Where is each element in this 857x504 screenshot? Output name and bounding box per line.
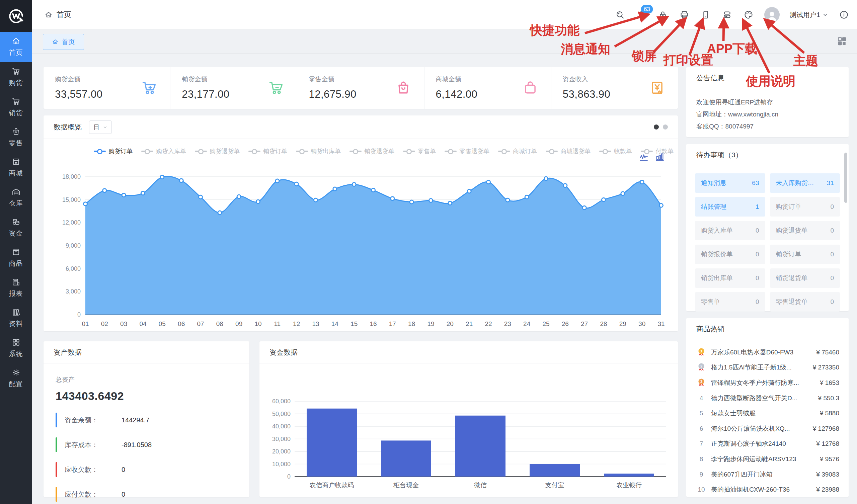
hot-product-row[interactable]: 4德力西微型断路器空气开关D...¥ 550.3 (696, 390, 839, 406)
hot-product-row[interactable]: 6海尔10公斤滚筒洗衣机XQ...¥ 127968 (696, 421, 839, 436)
hot-product-row[interactable]: 9美的607升四开门冰箱¥ 39083 (696, 467, 839, 482)
info-icon (839, 10, 849, 20)
sidebar-item-label: 系统 (9, 349, 23, 358)
app-logo[interactable] (0, 0, 32, 32)
todo-count: 0 (830, 251, 834, 258)
sidebar-item-reports[interactable]: 报表 (0, 273, 32, 303)
hot-product-row[interactable]: 8李宁跑步休闲运动鞋ARSV123¥ 9576 (696, 452, 839, 467)
todo-body: 通知消息63未入库购货…31结账管理1购货订单0购货入库单0购货退货单0销货报价… (686, 166, 848, 319)
sidebar-item-funds[interactable]: 资金 (0, 213, 32, 242)
stat-icon-wrap (522, 79, 539, 96)
widget-layout-button[interactable] (836, 35, 847, 47)
user-guide-button[interactable] (721, 9, 733, 20)
handbag-icon (522, 79, 539, 96)
chevron-down-icon (822, 12, 828, 18)
svg-text:23: 23 (504, 320, 511, 327)
report-icon (11, 278, 21, 287)
notifications-button[interactable]: 63 (636, 9, 647, 20)
sidebar-item-home[interactable]: 首页 (0, 32, 32, 62)
todo-tile[interactable]: 零售退货单0 (770, 292, 840, 312)
cart-sale-icon (11, 97, 21, 106)
stat-card[interactable]: 销货金额23,177.00 (170, 67, 297, 109)
sidebar-item-retail[interactable]: 零售 (0, 122, 32, 152)
hot-product-row[interactable]: 1万家乐60L电热水器D60-FW3¥ 75460 (696, 345, 839, 360)
todo-tile[interactable]: 购货订单0 (770, 197, 840, 217)
product-price: ¥ 12768 (816, 440, 839, 448)
product-name: 格力1.5匹Ai节能王子新1级... (711, 363, 809, 372)
svg-text:20,000: 20,000 (272, 448, 290, 455)
sidebar-item-mall[interactable]: 商城 (0, 152, 32, 182)
about-button[interactable] (838, 9, 850, 20)
overview-area-chart[interactable]: 03,0006,0009,00012,00015,00018,000010203… (44, 116, 678, 331)
sidebar-item-purchase[interactable]: 购货 (0, 62, 32, 92)
theme-button[interactable] (743, 9, 754, 20)
svg-text:31: 31 (657, 320, 665, 327)
sidebar-nav: 首页购货销货零售商城仓库资金商品报表资料系统配置 (0, 32, 32, 393)
product-name: 美的抽油烟机CXW-260-T36 (711, 485, 812, 494)
sidebar-item-goods[interactable]: 商品 (0, 242, 32, 273)
hot-product-row[interactable]: 7正克斯调心滚子轴承24140¥ 12768 (696, 436, 839, 452)
stat-card[interactable]: 资金收入53,863.90 (551, 67, 678, 109)
stat-card[interactable]: 商城金额6,142.00 (424, 67, 551, 109)
scrollbar-thumb[interactable] (844, 153, 847, 203)
todo-tile[interactable]: 结账管理1 (695, 197, 765, 217)
avatar[interactable] (764, 7, 780, 22)
todo-count: 0 (830, 203, 834, 211)
sidebar-item-sale[interactable]: 销货 (0, 92, 32, 122)
rank-number: 8 (700, 455, 703, 463)
lock-screen-button[interactable] (657, 9, 669, 20)
todo-tile[interactable]: 销货订单0 (770, 245, 840, 264)
sidebar-item-archives[interactable]: 资料 (0, 303, 32, 333)
product-price: ¥ 550.3 (818, 394, 839, 402)
asset-row: 应收欠款：0 (55, 462, 237, 477)
sidebar: 首页购货销货零售商城仓库资金商品报表资料系统配置 (0, 0, 32, 504)
todo-tile[interactable]: 未入库购货…31 (770, 173, 840, 193)
todo-tile[interactable]: 销货出库单0 (695, 268, 765, 288)
print-settings-button[interactable] (678, 9, 690, 20)
sidebar-item-label: 仓库 (9, 199, 23, 208)
sidebar-item-warehouse[interactable]: 仓库 (0, 182, 32, 213)
asset-value: 144294.7 (121, 416, 149, 424)
todo-count: 0 (830, 274, 834, 282)
grid-icon (11, 338, 21, 347)
app-download-button[interactable] (700, 9, 711, 20)
todo-tile[interactable]: 销货报价单0 (695, 245, 765, 264)
sidebar-item-system[interactable]: 系统 (0, 333, 32, 363)
stat-card[interactable]: 购货金额33,557.00 (44, 67, 170, 109)
search-icon (615, 10, 625, 20)
stat-card[interactable]: 零售金额12,675.90 (297, 67, 424, 109)
funds-title: 资金数据 (259, 341, 678, 364)
todo-count: 0 (756, 251, 759, 258)
funds-bar-chart[interactable]: 010,00020,00030,00040,00050,00060,000农信商… (259, 364, 678, 497)
product-price: ¥ 127968 (813, 425, 839, 432)
hot-products-list: 1万家乐60L电热水器D60-FW3¥ 754602格力1.5匹Ai节能王子新1… (686, 340, 848, 502)
hot-product-row[interactable]: 10美的抽油烟机CXW-260-T36¥ 23988 (696, 482, 839, 497)
svg-text:02: 02 (101, 320, 108, 327)
hot-products-card: 商品热销 1万家乐60L电热水器D60-FW3¥ 754602格力1.5匹Ai节… (686, 318, 848, 497)
svg-text:22: 22 (485, 320, 492, 327)
todo-tile[interactable]: 销货退货单0 (770, 268, 840, 288)
sidebar-item-label: 商城 (9, 169, 23, 178)
svg-text:18,000: 18,000 (62, 173, 81, 180)
sidebar-item-config[interactable]: 配置 (0, 363, 32, 393)
rank-number: 5 (700, 409, 703, 417)
svg-text:27: 27 (581, 320, 588, 327)
user-menu[interactable]: 测试用户1 (790, 11, 828, 19)
todo-tile[interactable]: 购货入库单0 (695, 221, 765, 240)
breadcrumb-label[interactable]: 首页 (56, 10, 71, 20)
svg-text:29: 29 (619, 320, 626, 327)
svg-text:40,000: 40,000 (272, 423, 290, 430)
todo-tile[interactable]: 购货退货单0 (770, 221, 840, 240)
todo-tile[interactable]: 零售单0 (695, 292, 765, 312)
todo-tile[interactable]: 通知消息63 (695, 173, 765, 193)
hot-product-row[interactable]: 2格力1.5匹Ai节能王子新1级...¥ 273350 (696, 360, 839, 375)
hot-product-row[interactable]: 3雷锋帽男女冬季户外骑行防寒...¥ 1653 (696, 375, 839, 390)
annotation-label-print-settings: 打印设置 (663, 52, 713, 69)
rank-number: 10 (698, 486, 705, 493)
quick-search-button[interactable] (614, 9, 626, 20)
tab-home[interactable]: 首页 (43, 34, 84, 50)
sidebar-item-label: 首页 (9, 48, 23, 57)
hot-product-row[interactable]: 5短款女士羽绒服¥ 5880 (696, 406, 839, 421)
svg-text:1: 1 (700, 349, 702, 353)
svg-text:支付宝: 支付宝 (545, 482, 565, 489)
